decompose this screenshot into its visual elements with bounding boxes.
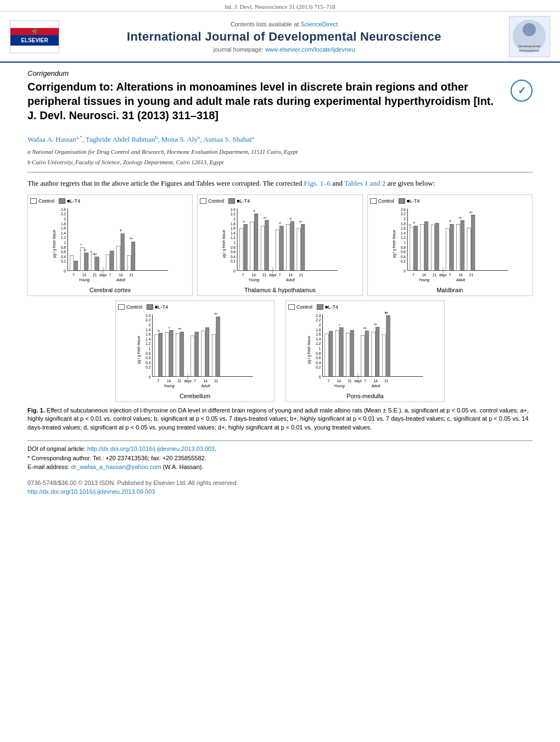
svg-text:2.2: 2.2	[145, 318, 150, 322]
doi-original-link[interactable]: http://dx.doi.org/10.1016/j.ijdevneu.201…	[87, 445, 215, 452]
legend-control-3: Control	[370, 198, 394, 204]
crossmark-icon: ✓	[511, 80, 533, 102]
svg-text:0.6: 0.6	[316, 356, 321, 360]
figs-link[interactable]: Figs. 1–6	[304, 179, 331, 187]
svg-rect-32	[131, 242, 135, 270]
figures-row-1: Control ■L-T4 2.4 2.2 2 1.8	[27, 194, 533, 296]
citation-text: Int. J. Devl. Neuroscience 31 (2013) 715…	[225, 3, 335, 10]
svg-rect-69	[265, 220, 268, 271]
legend-lt4-3: ■L-T4	[399, 198, 420, 204]
legend-cerebellum: Control ■L-T4	[118, 304, 272, 310]
svg-text:c: c	[81, 243, 82, 246]
svg-text:14: 14	[289, 273, 293, 277]
svg-text:21: 21	[433, 273, 437, 277]
legend-lt4-label-4: ■L-T4	[155, 304, 168, 310]
svg-rect-198	[350, 330, 354, 376]
figure-cerebellum: Control ■L-T4 2.4 2.2 2 1.8 1.6 1.4	[115, 300, 275, 402]
svg-text:21: 21	[214, 379, 219, 383]
svg-rect-30	[121, 233, 124, 270]
svg-rect-76	[301, 224, 305, 270]
svg-text:1: 1	[319, 347, 321, 350]
svg-text:14: 14	[119, 273, 123, 277]
svg-text:a: a	[91, 250, 92, 253]
author-hassan-sup: a,*	[76, 135, 82, 140]
svg-text:2.2: 2.2	[316, 318, 321, 322]
svg-text:21: 21	[93, 273, 97, 277]
journal-main-title: International Journal of Developmental N…	[59, 30, 509, 44]
tables-link[interactable]: Tables 1 and 2	[344, 179, 385, 187]
author-aly: Mona S. Aly	[161, 135, 198, 143]
email-note: (W.A. Hassan).	[163, 464, 204, 470]
section-label: Corrigendum	[27, 69, 533, 77]
figure-thalamus: Control ■L-T4 2.4 2.2 2 1.8 1.6 1.4	[197, 194, 362, 296]
svg-text:Young: Young	[79, 278, 89, 282]
legend-control-label-5: Control	[296, 304, 312, 310]
fig1-caption-text: Effect of subcutaneous injection of l-th…	[27, 407, 529, 431]
svg-text:μg / g fresh tissue: μg / g fresh tissue	[222, 230, 226, 258]
svg-text:days: days	[184, 379, 192, 383]
svg-text:21: 21	[348, 379, 352, 383]
svg-text:Adult: Adult	[285, 278, 295, 282]
svg-text:1.8: 1.8	[61, 221, 66, 225]
svg-rect-24	[91, 254, 94, 271]
svg-rect-160	[201, 331, 205, 376]
svg-rect-75	[297, 228, 300, 270]
svg-rect-197	[346, 333, 350, 376]
authors-line: Wafaa A. Hassana,*, Taghride Abdel Rahma…	[27, 135, 533, 144]
article-body: Corrigendum Corrigendum to: Alterations …	[0, 63, 560, 506]
svg-text:c: c	[169, 326, 170, 329]
svg-text:Adult: Adult	[456, 278, 466, 282]
email-label: E-mail address:	[27, 464, 69, 470]
svg-text:b: b	[85, 248, 86, 252]
doi-bottom-line: http://dx.doi.org/10.1016/j.ijdevneu.201…	[27, 487, 533, 496]
svg-rect-25	[96, 257, 99, 271]
doi-label: DOI of original article:	[27, 445, 86, 452]
svg-text:14: 14	[374, 379, 378, 383]
svg-text:Developmental: Developmental	[518, 44, 540, 48]
svg-text:2.4: 2.4	[145, 314, 150, 317]
svg-text:1.4: 1.4	[401, 231, 406, 235]
svg-rect-21	[74, 261, 77, 270]
caption-cerebellum: Cerebellum	[118, 393, 272, 399]
footer-notes: DOI of original article: http://dx.doi.o…	[27, 440, 533, 472]
svg-text:d+: d+	[215, 312, 218, 315]
svg-text:0.4: 0.4	[61, 255, 66, 259]
homepage-link[interactable]: www.elsevier.com/locate/ijdevneu	[265, 46, 355, 53]
svg-rect-196	[340, 328, 343, 377]
legend-control-2: Control	[200, 198, 224, 204]
svg-text:14: 14	[167, 379, 171, 383]
svg-rect-116	[450, 224, 453, 270]
svg-text:0.8: 0.8	[231, 245, 236, 249]
chart-cerebral-cortex-svg: 2.4 2.2 2 1.8 1.6 1.4 1.2 1 0.8 0.6 0.4 …	[30, 205, 190, 282]
dev-neuro-logo: Developmental Neuroscience	[509, 16, 550, 57]
svg-rect-29	[117, 246, 120, 270]
svg-rect-111	[424, 222, 428, 271]
svg-rect-195	[335, 330, 339, 376]
doi-bottom-link[interactable]: http://dx.doi.org/10.1016/j.ijdevneu.201…	[27, 488, 155, 495]
svg-text:μg / g fresh tissue: μg / g fresh tissue	[52, 230, 57, 258]
svg-text:0.8: 0.8	[401, 245, 406, 249]
svg-rect-72	[280, 226, 283, 271]
svg-text:0.4: 0.4	[145, 361, 150, 365]
svg-text:b: b	[158, 328, 160, 332]
svg-rect-156	[180, 332, 183, 376]
legend-control-box-1	[30, 198, 37, 204]
svg-text:1.8: 1.8	[145, 327, 150, 331]
svg-rect-154	[170, 330, 173, 376]
doi-original-line: DOI of original article: http://dx.doi.o…	[27, 444, 533, 454]
email-link[interactable]: dr_wafaa_a_hassan@yahoo.com	[71, 464, 161, 470]
svg-text:14: 14	[252, 273, 256, 277]
author-shahat-sup: a	[252, 135, 254, 140]
svg-text:2: 2	[234, 217, 236, 221]
svg-rect-158	[191, 336, 194, 376]
svg-text:2.4: 2.4	[61, 208, 66, 211]
svg-text:a+: a+	[178, 327, 182, 330]
svg-text:2.4: 2.4	[231, 208, 236, 211]
svg-point-1	[523, 23, 536, 36]
legend-lt4-box-1	[59, 198, 65, 204]
svg-rect-31	[127, 255, 131, 270]
sciencedirect-link[interactable]: ScienceDirect	[300, 21, 338, 27]
svg-text:1.4: 1.4	[61, 231, 66, 235]
svg-text:7: 7	[327, 379, 329, 383]
affiliations: a National Organisation for Drug Control…	[27, 147, 533, 166]
